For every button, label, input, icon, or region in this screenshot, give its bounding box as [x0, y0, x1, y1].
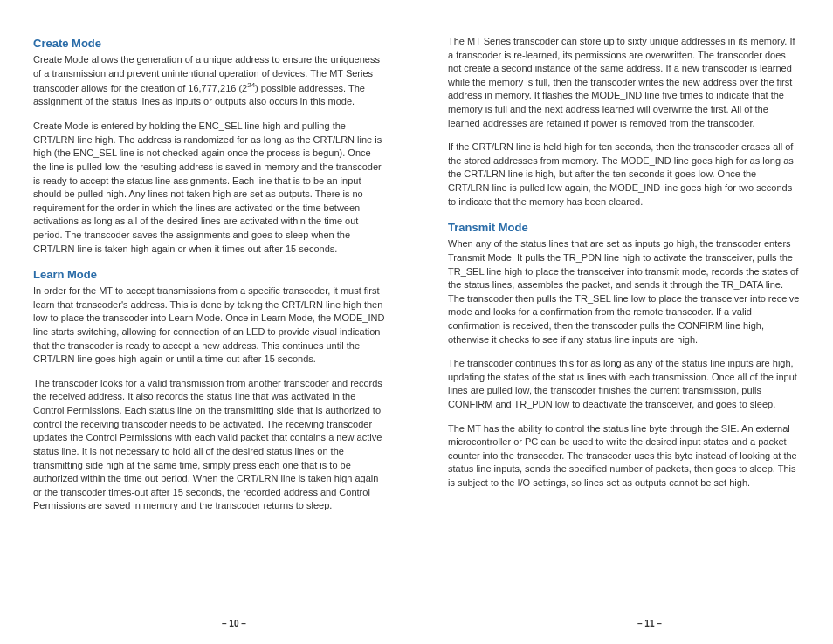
heading-create-mode: Create Mode	[33, 37, 385, 50]
page-number-right: – 11 –	[637, 619, 662, 628]
paragraph: The transcoder continues this for as lon…	[448, 357, 800, 411]
paragraph: Create Mode allows the generation of a u…	[33, 53, 385, 109]
paragraph: In order for the MT to accept transmissi…	[33, 284, 385, 367]
paragraph: The MT has the ability to control the st…	[448, 422, 800, 490]
page-number-left: – 10 –	[222, 619, 246, 628]
paragraph: If the CRT/LRN line is held high for ten…	[448, 140, 800, 209]
paragraph: When any of the status lines that are se…	[448, 237, 800, 346]
heading-learn-mode: Learn Mode	[33, 268, 385, 281]
heading-transmit-mode: Transmit Mode	[448, 221, 800, 234]
paragraph: Create Mode is entered by holding the EN…	[33, 120, 385, 256]
left-page: Create Mode Create Mode allows the gener…	[33, 35, 416, 627]
right-page: The MT Series transcoder can store up to…	[416, 35, 800, 627]
paragraph: The transcoder looks for a valid transmi…	[33, 377, 385, 513]
paragraph: The MT Series transcoder can store up to…	[448, 35, 800, 130]
